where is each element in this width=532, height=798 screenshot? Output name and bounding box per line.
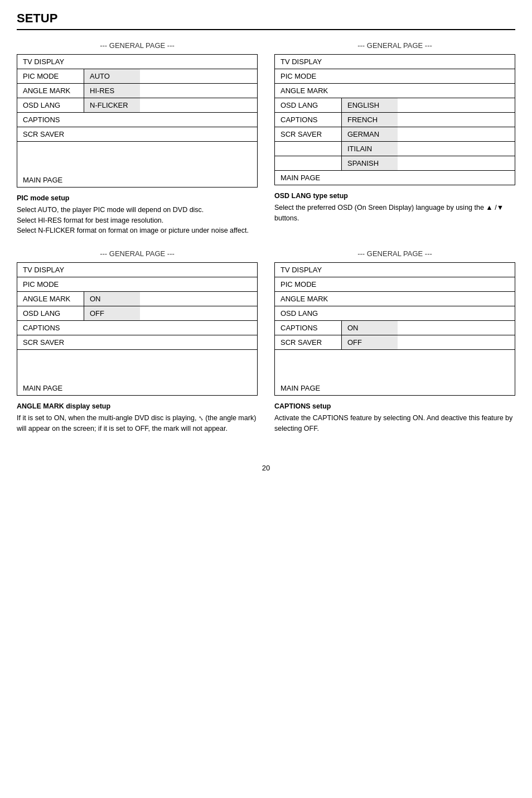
description-text: Activate the CAPTIONS feature by selecti… <box>274 414 512 432</box>
menu-cell: MAIN PAGE <box>275 381 515 395</box>
menu-cell-value: ON <box>342 321 398 335</box>
table-row: TV DISPLAY <box>17 263 257 277</box>
menu-cell-value: ENGLISH <box>342 98 398 112</box>
menu-cell-value: N-FLICKER <box>84 98 140 112</box>
description-title: CAPTIONS setup <box>274 401 515 412</box>
menu-cell-empty <box>17 142 257 157</box>
table-row: ANGLE MARK ON <box>17 292 257 306</box>
table-row: TV DISPLAY <box>17 55 257 69</box>
menu-cell: CAPTIONS <box>17 113 257 127</box>
table-row: OSD LANG ENGLISH <box>275 98 515 113</box>
menu-cell: MAIN PAGE <box>275 171 515 185</box>
menu-cell-empty <box>275 156 342 170</box>
description-bottom-left: ANGLE MARK display setup If it is set to… <box>17 401 258 434</box>
menu-cell: SCR SAVER <box>275 127 342 141</box>
menu-cell: TV DISPLAY <box>275 55 515 69</box>
table-row: CAPTIONS <box>17 321 257 335</box>
menu-cell: CAPTIONS <box>275 113 342 127</box>
description-text: Select AUTO, the player PIC mode will de… <box>17 206 249 235</box>
table-row: MAIN PAGE <box>17 173 257 187</box>
menu-cell: ANGLE MARK <box>275 84 515 98</box>
menu-cell: PIC MODE <box>17 277 257 291</box>
menu-box-top-right: TV DISPLAY PIC MODE ANGLE MARK OSD LANG … <box>274 54 515 185</box>
table-row: OSD LANG <box>275 306 515 321</box>
section-bottom-right-label: --- GENERAL PAGE --- <box>274 249 515 258</box>
menu-cell: SCR SAVER <box>17 335 257 349</box>
menu-cell-value: OFF <box>84 306 140 320</box>
table-row: ANGLE MARK HI-RES <box>17 84 257 98</box>
menu-cell: TV DISPLAY <box>17 263 257 277</box>
menu-box-bottom-left: TV DISPLAY PIC MODE ANGLE MARK ON OSD LA… <box>17 262 258 396</box>
table-row: ANGLE MARK <box>275 84 515 98</box>
menu-cell: OSD LANG <box>17 98 84 112</box>
menu-cell: CAPTIONS <box>275 321 342 335</box>
menu-cell-empty <box>17 366 257 381</box>
menu-cell-value: ON <box>84 292 140 306</box>
section-bottom-left: --- GENERAL PAGE --- TV DISPLAY PIC MODE… <box>17 249 258 434</box>
table-row: PIC MODE <box>275 69 515 84</box>
menu-cell: PIC MODE <box>275 277 515 291</box>
menu-cell: ANGLE MARK <box>17 84 84 98</box>
menu-box-top-left: TV DISPLAY PIC MODE AUTO ANGLE MARK HI-R… <box>17 54 258 188</box>
description-top-right: OSD LANG type setup Select the preferred… <box>274 191 515 223</box>
table-row: PIC MODE AUTO <box>17 69 257 84</box>
description-title: OSD LANG type setup <box>274 191 515 201</box>
menu-cell: SCR SAVER <box>275 335 342 349</box>
table-row: SCR SAVER <box>17 127 257 142</box>
section-top-left: --- GENERAL PAGE --- TV DISPLAY PIC MODE… <box>17 41 258 236</box>
menu-cell: OSD LANG <box>17 306 84 320</box>
menu-cell-empty <box>275 350 515 366</box>
table-row: TV DISPLAY <box>275 263 515 277</box>
table-row: MAIN PAGE <box>275 171 515 185</box>
menu-cell-value: AUTO <box>84 69 140 83</box>
menu-cell-empty <box>17 157 257 173</box>
table-row: ITILAIN <box>275 142 515 156</box>
menu-cell-value: ITILAIN <box>342 142 398 156</box>
table-row: MAIN PAGE <box>17 381 257 395</box>
table-row: SCR SAVER <box>17 335 257 350</box>
table-row: MAIN PAGE <box>275 381 515 395</box>
table-row <box>17 350 257 366</box>
table-row: SCR SAVER GERMAN <box>275 127 515 142</box>
table-row: TV DISPLAY <box>275 55 515 69</box>
menu-cell-value: GERMAN <box>342 127 398 141</box>
menu-cell-value: HI-RES <box>84 84 140 98</box>
menu-cell-value: FRENCH <box>342 113 398 127</box>
menu-cell: TV DISPLAY <box>275 263 515 277</box>
menu-cell: MAIN PAGE <box>17 381 257 395</box>
table-row: CAPTIONS FRENCH <box>275 113 515 127</box>
table-row <box>275 366 515 381</box>
section-top-right: --- GENERAL PAGE --- TV DISPLAY PIC MODE… <box>274 41 515 236</box>
description-title: PIC mode setup <box>17 193 258 204</box>
table-row: ANGLE MARK <box>275 292 515 306</box>
menu-cell-empty <box>275 366 515 381</box>
menu-box-bottom-right: TV DISPLAY PIC MODE ANGLE MARK OSD LANG … <box>274 262 515 396</box>
table-row: CAPTIONS <box>17 113 257 127</box>
angle-mark-symbol: ⤣ <box>199 415 204 421</box>
table-row: PIC MODE <box>17 277 257 292</box>
menu-cell-value: SPANISH <box>342 156 398 170</box>
table-row <box>17 142 257 157</box>
menu-cell: SCR SAVER <box>17 127 257 141</box>
section-bottom-right: --- GENERAL PAGE --- TV DISPLAY PIC MODE… <box>274 249 515 434</box>
table-row: CAPTIONS ON <box>275 321 515 335</box>
table-row <box>275 350 515 366</box>
page-title: SETUP <box>17 11 515 30</box>
table-row: SPANISH <box>275 156 515 171</box>
menu-cell: ANGLE MARK <box>17 292 84 306</box>
table-row <box>17 157 257 173</box>
table-row: OSD LANG OFF <box>17 306 257 321</box>
menu-cell: PIC MODE <box>275 69 515 83</box>
menu-cell: OSD LANG <box>275 306 515 320</box>
description-text: If it is set to ON, when the multi-angle… <box>17 414 256 432</box>
description-bottom-right: CAPTIONS setup Activate the CAPTIONS fea… <box>274 401 515 434</box>
menu-cell: TV DISPLAY <box>17 55 257 69</box>
menu-cell-value: OFF <box>342 335 398 349</box>
table-row: PIC MODE <box>275 277 515 292</box>
section-top-right-label: --- GENERAL PAGE --- <box>274 41 515 50</box>
menu-cell-empty <box>17 350 257 366</box>
description-text: Select the preferred OSD (On Sreen Displ… <box>274 204 504 222</box>
page-number: 20 <box>17 464 515 472</box>
table-row <box>17 366 257 381</box>
description-title: ANGLE MARK display setup <box>17 401 258 412</box>
